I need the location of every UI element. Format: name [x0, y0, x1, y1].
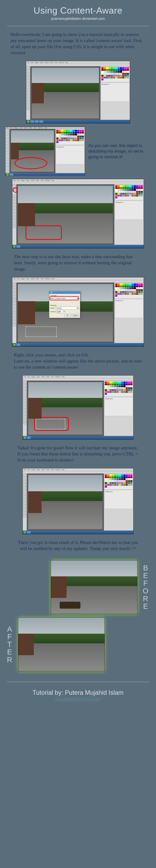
swatch[interactable]	[123, 480, 125, 482]
swatch[interactable]	[105, 476, 107, 478]
swatch[interactable]	[115, 75, 117, 76]
swatch[interactable]	[121, 389, 123, 391]
tool-icon[interactable]	[27, 70, 30, 72]
swatch[interactable]	[141, 285, 143, 287]
swatch[interactable]	[138, 195, 141, 196]
swatch[interactable]	[105, 387, 107, 389]
swatch[interactable]	[119, 381, 121, 383]
swatch[interactable]	[138, 283, 141, 285]
swatch[interactable]	[138, 187, 141, 189]
swatch[interactable]	[105, 393, 107, 395]
swatch[interactable]	[114, 383, 116, 385]
swatch[interactable]	[116, 391, 119, 393]
swatch[interactable]	[119, 389, 121, 391]
swatch[interactable]	[129, 291, 131, 293]
swatch[interactable]	[112, 383, 114, 385]
tool-icon[interactable]	[23, 490, 26, 492]
swatch[interactable]	[123, 391, 125, 393]
tool-icon[interactable]	[13, 311, 16, 314]
swatch[interactable]	[118, 71, 120, 73]
swatch[interactable]	[104, 71, 106, 73]
swatch[interactable]	[113, 75, 115, 76]
swatch[interactable]	[112, 484, 114, 486]
swatch[interactable]	[124, 189, 126, 191]
swatch[interactable]	[130, 385, 132, 387]
swatch[interactable]	[79, 132, 81, 133]
swatch[interactable]	[115, 291, 117, 293]
swatch[interactable]	[124, 77, 126, 79]
swatch[interactable]	[141, 187, 143, 189]
swatch[interactable]	[110, 381, 112, 383]
swatch[interactable]	[130, 480, 132, 482]
swatch[interactable]	[141, 293, 143, 295]
swatch[interactable]	[123, 389, 125, 391]
swatch[interactable]	[66, 140, 68, 141]
menu-edit[interactable]: Edit	[31, 62, 33, 63]
swatch[interactable]	[121, 383, 123, 385]
ok-button[interactable]: OK	[64, 314, 71, 317]
swatch[interactable]	[114, 387, 116, 389]
swatch[interactable]	[134, 291, 136, 293]
swatch[interactable]	[79, 137, 81, 139]
menu-help[interactable]: Help	[51, 278, 54, 279]
swatch[interactable]	[61, 140, 63, 141]
swatch[interactable]	[124, 195, 126, 196]
swatch[interactable]	[68, 135, 70, 137]
swatch[interactable]	[118, 67, 120, 69]
menu-image[interactable]: Image	[35, 62, 38, 63]
swatch[interactable]	[127, 191, 129, 193]
swatch[interactable]	[122, 187, 124, 189]
swatch[interactable]	[77, 140, 79, 141]
swatch[interactable]	[129, 293, 131, 295]
swatch[interactable]	[115, 73, 117, 75]
swatch[interactable]	[107, 383, 109, 385]
swatch[interactable]	[114, 381, 116, 383]
swatch[interactable]	[126, 383, 128, 385]
swatch[interactable]	[115, 187, 117, 189]
swatch[interactable]	[114, 476, 116, 478]
swatch[interactable]	[58, 137, 61, 139]
menu-help[interactable]: Help	[62, 469, 65, 470]
menu-window[interactable]: Window	[55, 376, 60, 378]
swatch[interactable]	[121, 391, 123, 393]
swatch[interactable]	[127, 77, 129, 79]
swatch[interactable]	[112, 391, 114, 393]
swatch[interactable]	[107, 389, 109, 391]
tool-icon[interactable]	[23, 474, 26, 477]
tool-icon[interactable]	[13, 289, 16, 292]
cancel-button[interactable]: Cancel	[71, 314, 79, 317]
swatch[interactable]	[119, 391, 121, 393]
swatch[interactable]	[82, 130, 84, 132]
tool-icon[interactable]	[23, 394, 26, 396]
swatch[interactable]	[124, 75, 126, 76]
swatch[interactable]	[123, 381, 125, 383]
tool-icon[interactable]	[13, 207, 16, 209]
swatch[interactable]	[136, 283, 138, 285]
swatch[interactable]	[75, 135, 77, 137]
swatch[interactable]	[134, 187, 136, 189]
swatch[interactable]	[122, 69, 124, 71]
swatch[interactable]	[102, 71, 104, 73]
swatch[interactable]	[106, 71, 108, 73]
swatch[interactable]	[112, 385, 114, 387]
swatch[interactable]	[115, 191, 117, 193]
swatch[interactable]	[119, 474, 121, 476]
tool-icon[interactable]	[27, 101, 30, 104]
swatch[interactable]	[104, 67, 106, 69]
swatch[interactable]	[110, 480, 112, 482]
swatch[interactable]	[61, 134, 63, 135]
swatch[interactable]	[128, 381, 130, 383]
swatch[interactable]	[121, 385, 123, 387]
swatch[interactable]	[128, 391, 130, 393]
swatch[interactable]	[106, 75, 108, 76]
swatch[interactable]	[105, 474, 107, 476]
swatch[interactable]	[113, 71, 115, 73]
swatch[interactable]	[126, 389, 128, 391]
menu-layer[interactable]: Layer	[26, 180, 30, 181]
swatch[interactable]	[106, 67, 108, 69]
swatch[interactable]	[82, 134, 84, 135]
menu-file[interactable]: File	[24, 469, 26, 470]
swatch[interactable]	[111, 77, 113, 79]
swatch[interactable]	[107, 381, 109, 383]
swatch[interactable]	[102, 75, 104, 76]
